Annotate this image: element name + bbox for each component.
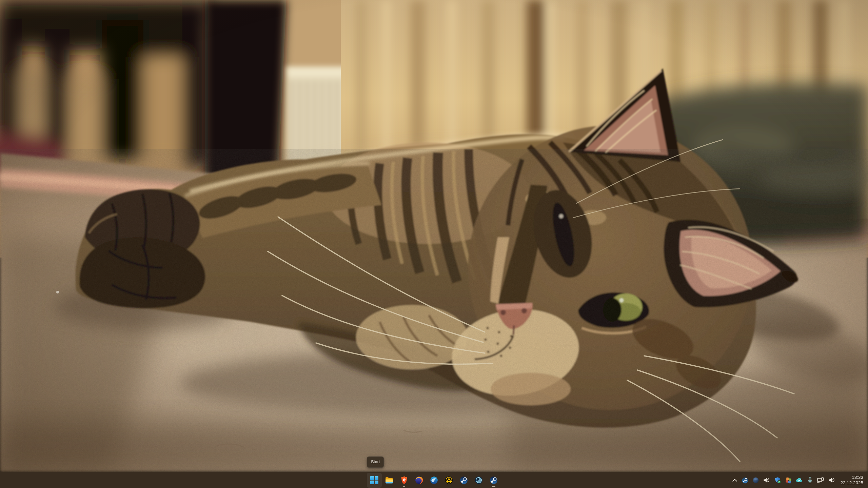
thunderbird-icon (430, 476, 438, 485)
microphone-icon (807, 476, 813, 484)
start-tooltip: Start (367, 456, 384, 468)
running-indicator (492, 486, 495, 487)
steam-icon (459, 476, 468, 485)
yellow-triangle-app-icon (445, 476, 453, 485)
taskbar-firefox-button[interactable] (412, 473, 427, 488)
tray-cast-display-button[interactable] (816, 473, 826, 487)
clock-time: 13:33 (852, 475, 863, 480)
taskbar-start-button[interactable] (367, 473, 382, 488)
blue-orb-app-icon (474, 476, 483, 485)
firefox-icon (415, 476, 423, 485)
file-explorer-icon (385, 476, 394, 485)
tray-microphone-button[interactable] (805, 473, 815, 487)
brave-browser-icon (400, 476, 409, 485)
tray-volume-button[interactable] (762, 473, 772, 487)
monitor-phone-icon (817, 477, 825, 484)
desktop[interactable]: Start (0, 0, 868, 488)
windows-security-shield-icon (774, 477, 781, 484)
taskbar-steam-window-button[interactable] (486, 473, 501, 488)
tray-clock[interactable]: 13:33 22.12.2025 (837, 475, 865, 486)
tray-cloud-sync-button[interactable] (794, 473, 804, 487)
tray-blue-sphere-button[interactable] (751, 473, 761, 487)
chevron-up-icon (732, 479, 737, 482)
wallpaper-vignette (0, 0, 868, 472)
tray-colorful-squares-button[interactable] (783, 473, 793, 487)
speaker-icon (828, 477, 835, 484)
tray-volume2-button[interactable] (827, 473, 837, 487)
windows-start-icon (370, 476, 379, 485)
taskbar: 13:33 22.12.2025 (0, 472, 868, 488)
tray-hidden-icons-button[interactable] (730, 473, 739, 487)
taskbar-file-explorer-button[interactable] (382, 473, 397, 488)
steam-icon (489, 476, 498, 485)
speaker-icon (763, 477, 770, 484)
running-indicator (403, 486, 405, 487)
tray-windows-security-button[interactable] (772, 473, 783, 487)
steam-tray-icon (742, 477, 749, 484)
tray-steam-button[interactable] (740, 473, 750, 487)
blue-sphere-icon (752, 477, 759, 484)
clock-date: 22.12.2025 (840, 480, 863, 486)
taskbar-center-icons (367, 472, 501, 488)
taskbar-blue-orb-app-button[interactable] (471, 473, 486, 488)
taskbar-tray: 13:33 22.12.2025 (730, 472, 865, 488)
taskbar-steam-button[interactable] (456, 473, 471, 488)
desktop-wallpaper (0, 0, 868, 472)
taskbar-brave-button[interactable] (397, 473, 412, 488)
colorful-squares-icon (785, 477, 792, 484)
taskbar-thunderbird-button[interactable] (427, 473, 441, 488)
taskbar-yellow-triangle-app-button[interactable] (441, 473, 456, 488)
cloud-check-icon (795, 477, 803, 484)
